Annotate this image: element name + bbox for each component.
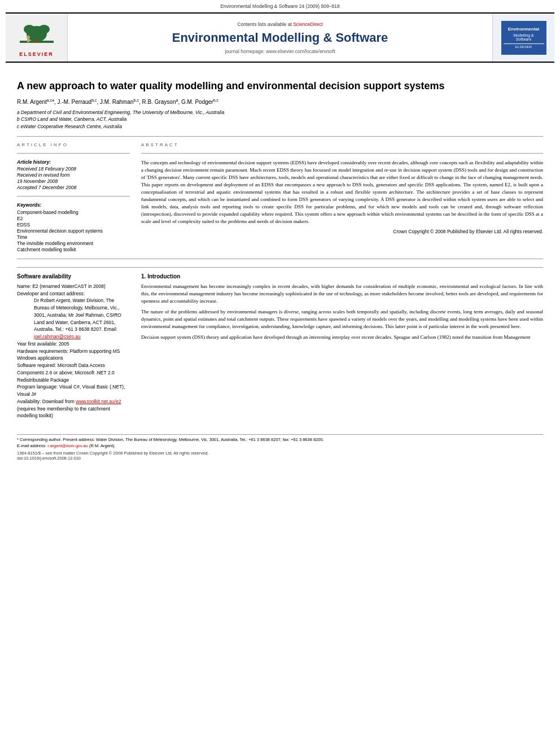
article-history: Article history: Received 18 February 20…: [17, 159, 130, 190]
divider-after-affiliations: [17, 136, 543, 137]
keyword-2: E2: [17, 216, 130, 221]
sw-year-label: Year first available: 2005: [17, 341, 69, 347]
article-body: A new approach to water quality modellin…: [0, 65, 560, 425]
footer-issn: 1364-8152/$ – see front matter Crown Cop…: [17, 451, 543, 461]
page-footer: * Corresponding author. Present address:…: [17, 434, 543, 461]
author-rahman: J.M. Rahman: [100, 99, 133, 106]
keyword-7: Catchment modelling toolkit: [17, 247, 130, 252]
copyright-line: Crown Copyright © 2008 Published by Else…: [141, 229, 543, 234]
journal-brand-box: Environmental Modelling & Software ELSEV…: [501, 21, 546, 55]
software-availability-section: Software availability Name: E2 (renamed …: [17, 273, 130, 420]
author-grayson: R.B. Grayson: [142, 99, 176, 106]
sw-availability-label: Availability: Download from www.toolkit.…: [17, 399, 121, 419]
divider-article-info: [17, 153, 130, 154]
journal-title: Environmental Modelling & Software: [172, 30, 388, 45]
journal-citation: Environmental Modelling & Software 24 (2…: [0, 0, 560, 10]
keywords-label: Keywords:: [17, 202, 130, 208]
sw-req-label: Software required: Microsoft Data Access…: [17, 362, 115, 383]
intro-para-1: Environmental management has become incr…: [141, 283, 543, 305]
svg-point-2: [24, 25, 35, 34]
author-argent: R.M. Argent: [17, 99, 47, 106]
journal-logo-right: Environmental Modelling & Software ELSEV…: [492, 14, 554, 62]
software-title: Software availability: [17, 273, 130, 279]
intro-para-2: The nature of the problems addressed by …: [141, 308, 543, 330]
elsevier-logo-container: ELSEVIER: [6, 14, 68, 62]
sw-program-label: Program language: Visual C#, Visual Basi…: [17, 384, 125, 397]
intro-section-title-text: Introduction: [147, 273, 180, 279]
software-info: Name: E2 (renamed WaterCAST in 2008) Dev…: [17, 283, 130, 420]
footer-doi: doi:10.1016/j.envsoft.2008.12.010: [17, 456, 81, 461]
article-title: A new approach to water quality modellin…: [17, 80, 543, 93]
svg-rect-4: [35, 40, 38, 43]
divider-bottom-section: [17, 259, 543, 259]
journal-title-container: Contents lists available at ScienceDirec…: [68, 14, 492, 62]
journal-citation-text: Environmental Modelling & Software 24 (2…: [220, 3, 339, 9]
abstract-column: ABSTRACT The concepts and technology of …: [141, 142, 543, 253]
received-1: Received 18 February 2008: [17, 166, 130, 172]
sw-hardware-label: Hardware requirements: Platform supporti…: [17, 348, 120, 361]
introduction-section: 1. Introduction Environmental management…: [141, 273, 543, 420]
accepted-date: Accepted 7 December 2008: [17, 185, 130, 190]
author-podger: G.M. Podger: [181, 99, 213, 106]
keyword-5: Time: [17, 234, 130, 240]
abstract-para: The concepts and technology of environme…: [141, 159, 543, 225]
author-email-link[interactable]: r.argent@bom.gov.au: [47, 443, 88, 448]
footnote-1: * Corresponding author. Present address:…: [17, 437, 543, 442]
intro-section-number: 1.: [141, 273, 146, 279]
affil-b: b CSIRO Land and Water, Canberra, ACT, A…: [17, 116, 543, 123]
affiliations: a Department of Civil and Environmental …: [17, 109, 543, 130]
history-label: Article history:: [17, 159, 130, 165]
divider-keywords: [17, 196, 130, 196]
availability-link[interactable]: www.toolkit.net.au/e2: [76, 399, 121, 404]
intro-text: Environmental management has become incr…: [141, 283, 543, 341]
intro-para-3: Decision support system (DSS) theory and…: [141, 334, 543, 341]
keyword-4: Environmental decision support systems: [17, 228, 130, 234]
sw-name-label: Name: E2 (renamed WaterCAST in 2008): [17, 283, 106, 289]
footer-issn-text: 1364-8152/$ – see front matter Crown Cop…: [17, 451, 208, 456]
keyword-6: The invisible modelling environment: [17, 241, 130, 246]
page: Environmental Modelling & Software 24 (2…: [0, 0, 560, 747]
svg-point-3: [38, 25, 50, 34]
elsevier-label: ELSEVIER: [19, 51, 54, 57]
sw-developer-value: Dr Robert Argent, Water Division, The Bu…: [17, 297, 130, 340]
received-2b: 19 November 2008: [17, 178, 130, 184]
journal-homepage: journal homepage: www.elsevier.com/locat…: [225, 49, 335, 54]
sw-developer-label: Developer and contact address:: [17, 291, 85, 296]
bottom-section: Software availability Name: E2 (renamed …: [17, 267, 543, 420]
authors-line: R.M. Argenta,c*, J.-M. Perraudb,c, J.M. …: [17, 98, 543, 105]
sciencedirect-link[interactable]: ScienceDirect: [293, 21, 322, 27]
author-perraud: J.-M. Perraud: [58, 99, 92, 106]
sciencedirect-prefix: Contents lists available at: [237, 21, 291, 27]
keyword-1: Component-based modelling: [17, 209, 130, 215]
received-2: Received in revised form: [17, 172, 130, 178]
keywords-block: Keywords: Component-based modelling E2 E…: [17, 202, 130, 252]
article-info-abstract: ARTICLE INFO Article history: Received 1…: [17, 142, 543, 253]
footnote-2: E-mail address: r.argent@bom.gov.au (R.M…: [17, 443, 543, 448]
article-info-label: ARTICLE INFO: [17, 142, 130, 147]
sciencedirect-line: Contents lists available at ScienceDirec…: [237, 21, 322, 27]
svg-rect-6: [27, 39, 29, 42]
developer-email-link[interactable]: joel.rahman@csiro.au: [34, 334, 81, 339]
abstract-text: The concepts and technology of environme…: [141, 159, 543, 225]
divider-abstract: [141, 153, 543, 154]
affil-a: a Department of Civil and Environmental …: [17, 109, 543, 116]
svg-point-5: [27, 36, 30, 39]
affil-c: c eWater Cooperative Research Centre, Au…: [17, 123, 543, 130]
intro-title: 1. Introduction: [141, 273, 543, 279]
journal-header: ELSEVIER Contents lists available at Sci…: [6, 12, 554, 63]
elsevier-tree-logo: [17, 18, 56, 49]
article-info-column: ARTICLE INFO Article history: Received 1…: [17, 142, 130, 253]
keyword-3: EDSS: [17, 222, 130, 228]
abstract-label: ABSTRACT: [141, 142, 543, 147]
